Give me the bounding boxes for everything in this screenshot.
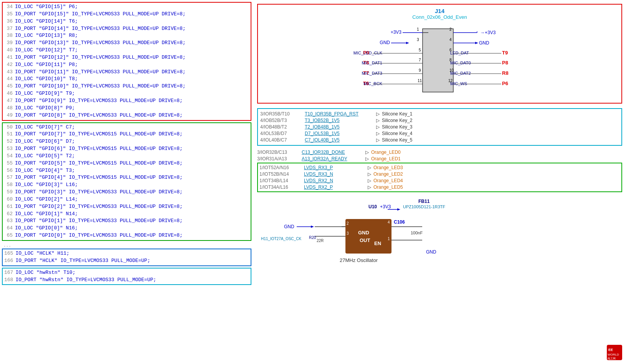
svg-text:100nF: 100nF [411, 231, 423, 235]
skey2-arrow: ▷ [376, 118, 380, 123]
skey3-arrow: ▷ [376, 124, 380, 130]
led2-iotype: 1/IOT52B/N14 [259, 171, 302, 177]
led0-arrow: ▷ [365, 150, 369, 155]
code-line-57: 57IO_PORT "GPIO[4]" IO_TYPE=LVCMOS15 PUL… [4, 174, 249, 181]
svg-text:P6: P6 [502, 81, 508, 86]
svg-text:GND: GND [358, 230, 369, 236]
svg-marker-11 [406, 42, 409, 44]
svg-text:GND: GND [380, 40, 390, 45]
code-block-hclk: 165IO_LOC "HCLK" H11; 166IO_PORT "HCLK" … [2, 249, 251, 266]
led2-label: Orange_LED2 [373, 171, 403, 177]
code-line-35: 35IO_PORT "GPIO[15]" IO_TYPE=LVCMOS33 PU… [4, 11, 249, 18]
svg-text:U10: U10 [368, 204, 377, 209]
skey4-netname: D7_IOL53B_1V5 [305, 131, 374, 136]
svg-text:WORLD: WORLD [608, 353, 619, 356]
eeworld-icon: EE WORLD 电工网 [607, 345, 622, 360]
skey2-iotype: 4/IOB52B/T3 [260, 118, 302, 123]
svg-text:4: 4 [388, 220, 390, 224]
svg-text:+3V3: +3V3 [390, 30, 401, 35]
skey1-label: Silicone Key_1 [382, 111, 412, 117]
code-line-53: 53IO_PORT "GPIO[6]" IO_TYPE=LVCMOS15 PUL… [4, 145, 249, 153]
code-line-64: 64IO_LOC "GPIO[0]" N16; [4, 225, 249, 232]
svg-text:P8: P8 [502, 60, 508, 66]
code-line-38: 38IO_LOC "GPIO[13]" R8; [4, 32, 249, 40]
svg-marker-15 [475, 42, 478, 44]
code-line-42: 42IO_LOC "GPIO[11]" P8; [4, 61, 249, 69]
svg-text:电工网: 电工网 [608, 357, 616, 360]
code-block-gpio7-0: 50IO_LOC "GPIO[7]" C7; 51IO_PORT "GPIO[7… [2, 122, 251, 241]
silicone-key-row-3: 4/IOB48B/T2 T2_IOB48B_1V5 ▷ Silicone Key… [260, 124, 619, 130]
skey1-arrow: ▷ [376, 111, 380, 117]
code-line-63: 63IO_PORT "GPIO[1]" IO_TYPE=LVCMOS33 PUL… [4, 217, 249, 225]
svg-text:OUT: OUT [360, 237, 370, 243]
svg-text:→+3V3: →+3V3 [480, 30, 496, 35]
code-line-34: 34IO_LOC "GPIO[15]" P6; [4, 3, 249, 11]
svg-text:MIC_WS: MIC_WS [450, 81, 467, 86]
svg-text:MIC_DAT2: MIC_DAT2 [450, 71, 471, 76]
code-line-45: 45IO_PORT "GPIO[10]" IO_TYPE=LVCMOS33 PU… [4, 83, 249, 90]
led-row-5: 1/IOT34A/L16 LVDS_RX2_P ▷ Orange_LED5 [259, 184, 620, 190]
svg-text:3: 3 [347, 231, 349, 236]
code-line-165: 165IO_LOC "HCLK" H11; [4, 250, 249, 257]
led1-label: Orange_LED1 [371, 156, 401, 161]
code-line-65: 65IO_PORT "GPIO[0]" IO_TYPE=LVCMOS33 PUL… [4, 232, 249, 239]
svg-text:GND: GND [479, 40, 489, 46]
svg-text:R20: R20 [309, 236, 316, 240]
silicone-keys-box: 3/IOR35B/T10 T10_IOR35B_FPGA_RST ▷ Silic… [257, 108, 622, 146]
led0-netname: C13_IOR32B_DONE [302, 150, 363, 155]
code-line-52: 52IO_LOC "GPIO[6]" D7; [4, 138, 249, 145]
code-panel: 34IO_LOC "GPIO[15]" P6; 35IO_PORT "GPIO[… [0, 0, 253, 364]
svg-text:EE: EE [608, 348, 613, 352]
led5-iotype: 1/IOT34A/L16 [259, 184, 302, 190]
led4-netname: LVDS_RX2_N [304, 178, 365, 183]
svg-text:MIC_DAT1: MIC_DAT1 [362, 61, 382, 65]
svg-text:H11_IOT27A_OSC_CK: H11_IOT27A_OSC_CK [261, 237, 301, 241]
svg-text:MIC_DAT0: MIC_DAT0 [450, 61, 471, 65]
led3-netname: LVDS_RX3_P [304, 165, 365, 170]
skey3-iotype: 4/IOB48B/T2 [260, 124, 302, 130]
schematic-panel: J14 Conn_02x06_Odd_Even +3V3 1 2 →+3V3 G… [253, 0, 626, 364]
svg-text:FB11: FB11 [418, 199, 430, 204]
code-line-39: 39IO_PORT "GPIO[13]" IO_TYPE=LVCMOS33 PU… [4, 40, 249, 47]
silicone-key-row-4: 4/IOL53B/D7 D7_IOL53B_1V5 ▷ Silicone Key… [260, 131, 619, 136]
j14-subtitle: Conn_02x06_Odd_Even [261, 14, 618, 20]
svg-marker-62 [397, 208, 400, 211]
led4-arrow: ▷ [368, 178, 371, 183]
code-line-62: 62IO_LOC "GPIO[1]" N14; [4, 211, 249, 218]
led1-arrow: ▷ [365, 156, 369, 161]
led5-netname: LVDS_RX2_P [304, 184, 365, 190]
skey5-iotype: 4/IOL40B/C7 [260, 137, 302, 143]
led-row-2: 1/IOT52B/N14 LVDS_RX3_N ▷ Orange_LED2 [259, 171, 620, 177]
svg-text:MIC_DAT3: MIC_DAT3 [362, 71, 382, 76]
led5-label: Orange_LED5 [373, 184, 403, 190]
code-line-59: 59IO_PORT "GPIO[3]" IO_TYPE=LVCMOS33 PUL… [4, 189, 249, 196]
main-container: 34IO_LOC "GPIO[15]" P6; 35IO_PORT "GPIO[… [0, 0, 626, 364]
svg-text:5: 5 [419, 48, 421, 52]
svg-text:9: 9 [419, 68, 421, 72]
led-row-4: 1/IOT34B/L14 LVDS_RX2_N ▷ Orange_LED4 [259, 178, 620, 183]
led-row-0: 3/IOR32B/C13 C13_IOR32B_DONE ▷ Orange_LE… [257, 150, 622, 155]
j14-title: J14 [261, 8, 618, 14]
svg-text:GND: GND [284, 224, 294, 229]
code-line-40: 40IO_LOC "GPIO[12]" T7; [4, 47, 249, 54]
svg-text:1: 1 [388, 237, 390, 241]
code-line-43: 43IO_PORT "GPIO[11]" IO_TYPE=LVCMOS33 PU… [4, 69, 249, 76]
svg-text:27MHz Oscillator: 27MHz Oscillator [340, 257, 378, 263]
code-line-44: 44IO_LOC "GPIO[10]" T8; [4, 76, 249, 83]
code-line-47: 47IO_PORT "GPIO[9]" IO_TYPE=LVCMOS33 PUL… [4, 97, 249, 105]
oscillator-section: FB11 UPZ1005D121-1R3TF U10 +3V3 GND OUT … [257, 196, 622, 274]
skey4-label: Silicone Key_4 [382, 131, 412, 136]
code-line-166: 166IO_PORT "HCLK" IO_TYPE=LVCMOS33 PULL_… [4, 257, 249, 265]
skey3-netname: T2_IOB48B_1V5 [305, 124, 374, 130]
skey5-arrow: ▷ [376, 137, 380, 143]
skey3-label: Silicone Key_3 [382, 124, 412, 130]
code-line-58: 58IO_LOC "GPIO[3]" L16; [4, 181, 249, 189]
svg-text:2: 2 [449, 27, 452, 31]
led0-label: Orange_LED0 [371, 150, 401, 155]
skey2-label: Silicone Key_2 [382, 118, 412, 123]
svg-text:22R: 22R [317, 239, 324, 243]
code-line-36: 36IO_LOC "GPIO[14]" T6; [4, 18, 249, 25]
code-line-56: 56IO_LOC "GPIO[4]" T3; [4, 167, 249, 175]
code-line-51: 51IO_PORT "GPIO[7]" IO_TYPE=LVCMOS15 PUL… [4, 131, 249, 138]
silicone-key-row-5: 4/IOL40B/C7 C7_IOL40B_1V5 ▷ Silicone Key… [260, 137, 619, 143]
